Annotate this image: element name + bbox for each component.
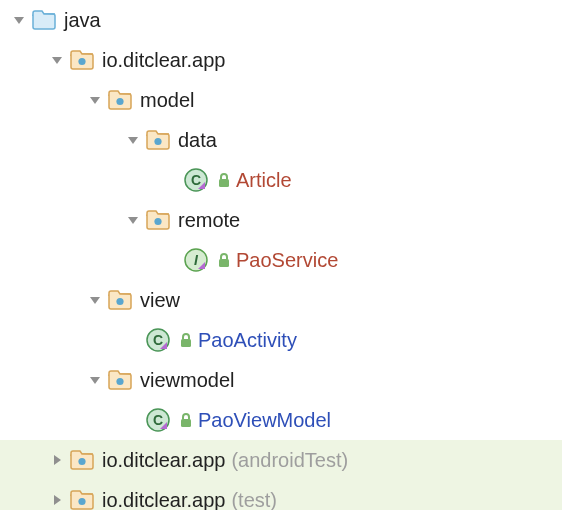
kotlin-class-icon bbox=[144, 326, 172, 354]
tree-label: Article bbox=[236, 160, 292, 200]
expand-arrow-icon[interactable] bbox=[122, 213, 144, 227]
expand-arrow-icon[interactable] bbox=[122, 133, 144, 147]
tree-node-viewmodel[interactable]: viewmodel bbox=[0, 360, 562, 400]
tree-node-package-test[interactable]: io.ditclear.app (test) bbox=[0, 480, 562, 510]
tree-node-view[interactable]: view bbox=[0, 280, 562, 320]
tree-label: viewmodel bbox=[140, 360, 234, 400]
package-folder-icon bbox=[68, 486, 96, 510]
tree-label: PaoActivity bbox=[198, 320, 297, 360]
package-folder-icon bbox=[106, 86, 134, 114]
tree-label: data bbox=[178, 120, 217, 160]
expand-arrow-icon[interactable] bbox=[46, 53, 68, 67]
tree-hint: (test) bbox=[231, 480, 277, 510]
lock-icon bbox=[178, 332, 194, 348]
tree-node-package-androidtest[interactable]: io.ditclear.app (androidTest) bbox=[0, 440, 562, 480]
lock-icon bbox=[216, 252, 232, 268]
expand-arrow-icon[interactable] bbox=[84, 293, 106, 307]
lock-icon bbox=[178, 412, 194, 428]
tree-label: io.ditclear.app bbox=[102, 440, 225, 480]
collapse-arrow-icon[interactable] bbox=[46, 453, 68, 467]
tree-node-java[interactable]: java bbox=[0, 0, 562, 40]
tree-node-remote[interactable]: remote bbox=[0, 200, 562, 240]
tree-node-paoactivity[interactable]: PaoActivity bbox=[0, 320, 562, 360]
tree-label: remote bbox=[178, 200, 240, 240]
tree-node-article[interactable]: Article bbox=[0, 160, 562, 200]
tree-label: view bbox=[140, 280, 180, 320]
tree-label: PaoViewModel bbox=[198, 400, 331, 440]
tree-label: PaoService bbox=[236, 240, 338, 280]
expand-arrow-icon[interactable] bbox=[84, 93, 106, 107]
package-folder-icon bbox=[68, 446, 96, 474]
kotlin-interface-icon bbox=[182, 246, 210, 274]
tree-node-package-main[interactable]: io.ditclear.app bbox=[0, 40, 562, 80]
package-folder-icon bbox=[106, 286, 134, 314]
collapse-arrow-icon[interactable] bbox=[46, 493, 68, 507]
kotlin-class-icon bbox=[182, 166, 210, 194]
tree-label: io.ditclear.app bbox=[102, 480, 225, 510]
package-folder-icon bbox=[144, 126, 172, 154]
expand-arrow-icon[interactable] bbox=[84, 373, 106, 387]
folder-java-icon bbox=[30, 6, 58, 34]
tree-label: io.ditclear.app bbox=[102, 40, 225, 80]
expand-arrow-icon[interactable] bbox=[8, 13, 30, 27]
package-folder-icon bbox=[106, 366, 134, 394]
tree-node-data[interactable]: data bbox=[0, 120, 562, 160]
kotlin-class-icon bbox=[144, 406, 172, 434]
package-folder-icon bbox=[144, 206, 172, 234]
package-folder-icon bbox=[68, 46, 96, 74]
tree-label: java bbox=[64, 0, 101, 40]
tree-hint: (androidTest) bbox=[231, 440, 348, 480]
tree-node-paoservice[interactable]: PaoService bbox=[0, 240, 562, 280]
tree-label: model bbox=[140, 80, 194, 120]
lock-icon bbox=[216, 172, 232, 188]
tree-node-model[interactable]: model bbox=[0, 80, 562, 120]
tree-node-paoviewmodel[interactable]: PaoViewModel bbox=[0, 400, 562, 440]
